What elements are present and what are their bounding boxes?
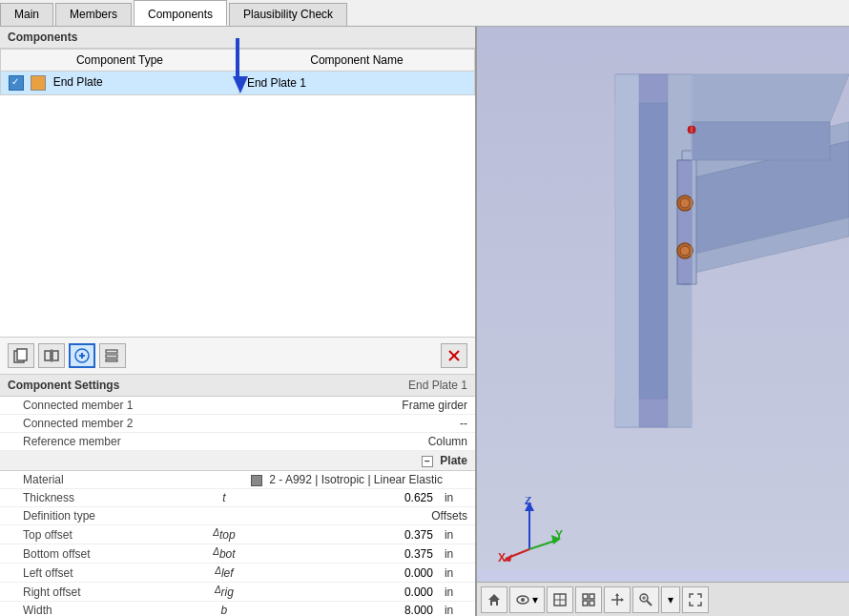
prop-label: Thickness	[0, 489, 205, 507]
prop-value[interactable]: 8.000	[243, 602, 441, 617]
component-type-cell: End Plate	[1, 72, 239, 95]
type-label: End Plate	[53, 75, 103, 89]
axis-svg: Z Y X	[496, 497, 563, 564]
prop-unit: in	[441, 583, 475, 602]
prop-value[interactable]: Frame girder	[243, 397, 475, 415]
mirror-icon	[44, 348, 59, 363]
svg-line-52	[647, 601, 652, 606]
prop-row-refmember: Reference member Column	[0, 433, 475, 451]
view-mode-btn[interactable]: ▾	[509, 586, 545, 613]
prop-symbol: b	[205, 602, 243, 617]
plate-toggle[interactable]: −	[422, 456, 433, 467]
prop-label: Connected member 1	[0, 397, 205, 415]
prop-value[interactable]: 0.375	[243, 525, 441, 544]
prop-symbol	[205, 507, 243, 525]
prop-symbol	[205, 397, 243, 415]
svg-marker-21	[692, 74, 849, 122]
toolbar-btn-2[interactable]	[38, 343, 65, 368]
prop-value[interactable]: 0.000	[243, 583, 441, 602]
fullscreen-icon	[688, 592, 703, 607]
prop-unit: in	[441, 564, 475, 583]
prop-value[interactable]: Offsets	[243, 507, 475, 525]
svg-marker-37	[488, 594, 500, 606]
svg-point-27	[680, 246, 690, 256]
empty-area	[0, 95, 475, 337]
grid-icon	[581, 592, 596, 607]
tab-plausibility[interactable]: Plausibility Check	[229, 3, 347, 26]
prop-symbol: Δlef	[205, 564, 243, 583]
tab-components[interactable]: Components	[134, 0, 227, 26]
toolbar-btn-1[interactable]	[8, 343, 34, 368]
component-icon	[31, 75, 46, 91]
tab-members[interactable]: Members	[55, 3, 132, 26]
copy-icon	[13, 348, 29, 363]
svg-rect-45	[583, 601, 588, 606]
prop-label: Left offset	[0, 564, 205, 583]
view-toolbar: ▾	[477, 582, 849, 616]
view-btn-4[interactable]	[632, 586, 659, 613]
check-icon	[9, 75, 24, 91]
settings-icon	[105, 348, 120, 363]
prop-symbol: Δtop	[205, 525, 243, 544]
prop-row-deftype: Definition type Offsets	[0, 507, 475, 525]
prop-value[interactable]: 0.625	[243, 489, 441, 507]
material-swatch	[251, 475, 262, 486]
toolbar-btn-new[interactable]	[69, 343, 95, 368]
prop-unit: in	[441, 544, 475, 564]
table-row[interactable]: End Plate End Plate 1	[1, 72, 475, 95]
prop-row-topoffset: Top offset Δtop 0.375 in	[0, 525, 475, 544]
prop-value[interactable]: --	[243, 415, 475, 433]
toolbar-btn-settings[interactable]	[99, 343, 126, 368]
col-name-header: Component Name	[238, 50, 474, 72]
tab-main[interactable]: Main	[0, 3, 53, 26]
svg-rect-23	[677, 160, 692, 284]
view-more-label: ▾	[668, 593, 673, 606]
prop-value[interactable]: Column	[243, 433, 475, 451]
zoom-icon	[638, 592, 653, 607]
svg-marker-12	[639, 74, 668, 427]
svg-rect-46	[590, 601, 594, 606]
components-title: Components	[8, 31, 77, 44]
prop-value[interactable]: 0.000	[243, 564, 441, 583]
svg-marker-15	[615, 74, 639, 427]
svg-rect-3	[52, 351, 58, 360]
axis-indicator: Z Y X	[496, 497, 563, 564]
prop-value[interactable]: 0.375	[243, 544, 441, 564]
view-btn-2[interactable]	[575, 586, 602, 613]
plate-title: Plate	[440, 454, 467, 467]
home-view-btn[interactable]	[481, 586, 507, 613]
prop-row-material: Material 2 - A992 | Isotropic | Linear E…	[0, 471, 475, 489]
prop-row-rightoffset: Right offset Δrig 0.000 in	[0, 583, 475, 602]
prop-label: Connected member 2	[0, 415, 205, 433]
prop-unit: in	[441, 602, 475, 617]
svg-point-25	[680, 198, 690, 208]
main-container: Main Members Components Plausibility Che…	[0, 0, 849, 616]
delete-icon	[447, 349, 461, 362]
view-btn-3[interactable]	[604, 586, 631, 613]
y-axis-label: Y	[555, 528, 563, 542]
axis-icon	[610, 592, 625, 607]
prop-value[interactable]: 2 - A992 | Isotropic | Linear Elastic	[243, 471, 475, 489]
tab-bar: Main Members Components Plausibility Che…	[0, 0, 849, 27]
svg-rect-7	[106, 355, 117, 358]
view-more-btn[interactable]: ▾	[661, 586, 680, 613]
prop-label: Right offset	[0, 583, 205, 602]
svg-rect-2	[45, 351, 51, 360]
prop-label: Bottom offset	[0, 544, 205, 564]
fullscreen-btn[interactable]	[682, 586, 709, 613]
components-table: Component Type Component Name End Plate …	[0, 49, 475, 95]
z-axis-label: Z	[525, 497, 531, 507]
view-btn-1[interactable]	[547, 586, 573, 613]
delete-button[interactable]	[441, 343, 467, 368]
structure-svg	[477, 27, 849, 570]
properties-table: Connected member 1 Frame girder Connecte…	[0, 397, 475, 616]
settings-header: Component Settings End Plate 1	[0, 375, 475, 397]
new-component-icon	[74, 348, 90, 363]
prop-symbol	[205, 471, 243, 489]
components-table-wrapper: Component Type Component Name End Plate …	[0, 49, 475, 95]
prop-symbol: Δbot	[205, 544, 243, 564]
plate-group-header: − Plate	[0, 451, 475, 471]
viewport-3d[interactable]: Z Y X	[477, 27, 849, 616]
prop-row-thickness: Thickness t 0.625 in	[0, 489, 475, 507]
content-area: Components Component Type Component Name	[0, 27, 849, 616]
